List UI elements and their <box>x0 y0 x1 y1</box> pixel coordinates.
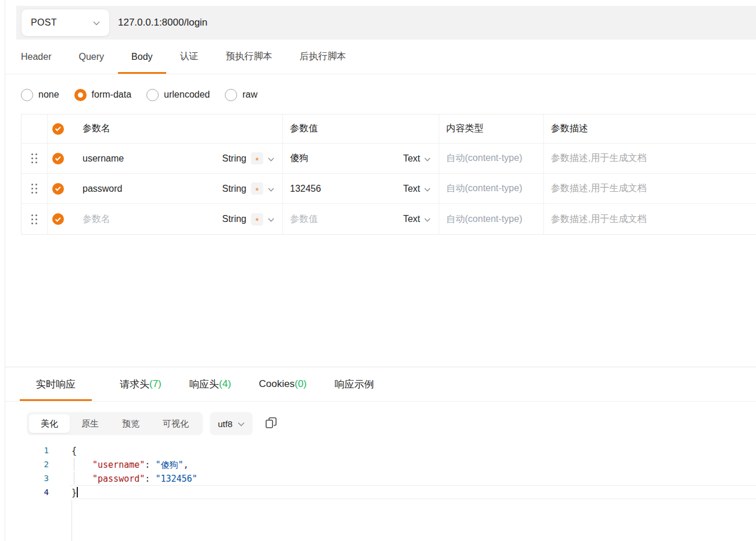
text-cursor <box>77 487 78 497</box>
view-mode-segmented-control: 美化 原生 预览 可视化 <box>27 412 203 435</box>
content-type-cell[interactable]: 自动(content-type) <box>439 144 544 173</box>
param-name-input[interactable]: 参数名 <box>83 213 222 225</box>
chevron-down-icon <box>268 184 274 194</box>
tab-cookies[interactable]: Cookies(0) <box>259 367 307 401</box>
select-all-toggle[interactable] <box>52 123 64 135</box>
check-icon <box>55 126 60 131</box>
table-row: 参数名 String * 参数值 Text 自动(content-type) 参… <box>22 204 756 234</box>
encoding-select[interactable]: utf8 <box>210 412 253 435</box>
chevron-down-icon <box>424 214 431 224</box>
tab-request-headers[interactable]: 请求头(7) <box>120 367 162 401</box>
response-tabs: 实时响应 请求头(7) 响应头(4) Cookies(0) 响应示例 <box>20 367 374 401</box>
param-value-input[interactable]: 132456 <box>290 184 403 194</box>
tab-header[interactable]: Header <box>21 40 51 74</box>
content-type-column-header: 内容类型 <box>439 114 544 143</box>
tab-pre-script[interactable]: 预执行脚本 <box>226 40 273 74</box>
description-cell[interactable]: 参数描述,用于生成文档 <box>544 204 756 234</box>
view-mode-preview[interactable]: 预览 <box>110 414 151 433</box>
row-enabled-toggle[interactable] <box>52 213 64 225</box>
editor-guide-line <box>71 500 72 541</box>
view-mode-beautify[interactable]: 美化 <box>29 414 70 433</box>
description-cell[interactable]: 参数描述,用于生成文档 <box>544 174 756 203</box>
request-tabs: Header Query Body 认证 预执行脚本 后执行脚本 <box>21 40 346 74</box>
row-enabled-toggle[interactable] <box>52 183 64 195</box>
params-table: 参数名 参数值 内容类型 参数描述 username String * 傻狗 <box>21 114 756 235</box>
chevron-down-icon <box>238 418 245 429</box>
url-input[interactable]: 127.0.0.1:8000/login <box>118 17 207 28</box>
tab-live-response[interactable]: 实时响应 <box>20 367 92 401</box>
value-column-header: 参数值 <box>283 114 439 143</box>
radio-label: none <box>38 89 59 100</box>
check-icon <box>55 216 60 221</box>
radio-selected-icon <box>74 89 87 101</box>
view-mode-visualize[interactable]: 可视化 <box>151 414 200 433</box>
radio-icon <box>21 89 33 101</box>
radio-form-data[interactable]: form-data <box>74 89 131 101</box>
count-badge: (0) <box>295 378 307 390</box>
description-column-header: 参数描述 <box>544 114 756 143</box>
description-cell[interactable]: 参数描述,用于生成文档 <box>544 144 756 173</box>
table-row: password String * 132456 Text 自动(content… <box>22 174 756 204</box>
view-mode-raw[interactable]: 原生 <box>70 414 110 433</box>
param-value-cell: 参数值 Text <box>283 204 439 234</box>
response-tabs-divider <box>5 401 756 402</box>
line-number: 1 <box>5 443 49 457</box>
param-name-cell: 参数名 String * <box>48 204 283 234</box>
param-value-cell: 132456 Text <box>283 174 439 203</box>
param-value-input[interactable]: 傻狗 <box>290 152 403 164</box>
radio-label: form-data <box>92 89 131 100</box>
tab-response-example[interactable]: 响应示例 <box>335 367 374 401</box>
value-type-select[interactable]: Text <box>403 184 431 194</box>
tab-body[interactable]: Body <box>131 40 152 74</box>
method-select[interactable]: POST <box>21 9 110 37</box>
radio-urlencoded[interactable]: urlencoded <box>146 89 210 101</box>
param-type-select[interactable]: String * <box>222 152 274 164</box>
radio-none[interactable]: none <box>21 89 59 101</box>
count-badge: (7) <box>149 378 162 390</box>
drag-handle-icon[interactable] <box>31 214 37 224</box>
response-body-editor[interactable]: 1 { 2 "username": "傻狗", 3 "password": "1… <box>5 443 756 499</box>
drag-handle-icon[interactable] <box>31 153 37 163</box>
row-enabled-toggle[interactable] <box>52 153 64 164</box>
content-type-cell[interactable]: 自动(content-type) <box>439 174 544 203</box>
code-line: 3 "password": "132456" <box>5 471 756 485</box>
value-type-select[interactable]: Text <box>403 214 431 224</box>
body-type-radio-group: none form-data urlencoded raw <box>21 85 257 105</box>
value-type-select[interactable]: Text <box>403 153 431 164</box>
url-bar: POST 127.0.0.1:8000/login <box>16 6 756 40</box>
table-header-row: 参数名 参数值 内容类型 参数描述 <box>22 114 756 144</box>
required-badge: * <box>251 213 263 225</box>
content-type-cell[interactable]: 自动(content-type) <box>439 204 544 234</box>
tab-auth[interactable]: 认证 <box>180 40 199 74</box>
radio-label: urlencoded <box>164 89 210 100</box>
code-line: 2 "username": "傻狗", <box>5 457 756 471</box>
column-header-name: 参数名 <box>83 123 282 135</box>
count-badge: (4) <box>219 378 231 390</box>
drag-cell <box>22 174 48 203</box>
tab-response-headers[interactable]: 响应头(4) <box>189 367 231 401</box>
param-name-cell: password String * <box>48 174 283 203</box>
radio-raw[interactable]: raw <box>225 89 257 101</box>
radio-icon <box>225 89 237 101</box>
param-type-select[interactable]: String * <box>222 182 274 195</box>
radio-label: raw <box>242 89 257 100</box>
check-icon <box>55 155 60 161</box>
code-line: 4 } <box>5 485 756 499</box>
chevron-down-icon <box>424 153 431 164</box>
drag-cell <box>22 144 48 173</box>
param-value-cell: 傻狗 Text <box>283 144 439 173</box>
param-name-cell: username String * <box>48 144 283 173</box>
param-value-input[interactable]: 参数值 <box>290 213 403 225</box>
drag-handle-icon[interactable] <box>31 184 37 194</box>
tab-query[interactable]: Query <box>78 40 104 74</box>
param-type-select[interactable]: String * <box>222 213 274 225</box>
copy-button[interactable] <box>263 416 278 431</box>
param-name-input[interactable]: password <box>83 184 222 194</box>
chevron-down-icon <box>424 184 431 194</box>
drag-cell <box>22 204 48 234</box>
chevron-down-icon <box>268 153 274 164</box>
table-row: username String * 傻狗 Text 自动(content-typ… <box>22 144 756 174</box>
tab-post-script[interactable]: 后执行脚本 <box>300 40 346 74</box>
param-name-input[interactable]: username <box>83 153 222 164</box>
required-badge: * <box>251 182 263 195</box>
